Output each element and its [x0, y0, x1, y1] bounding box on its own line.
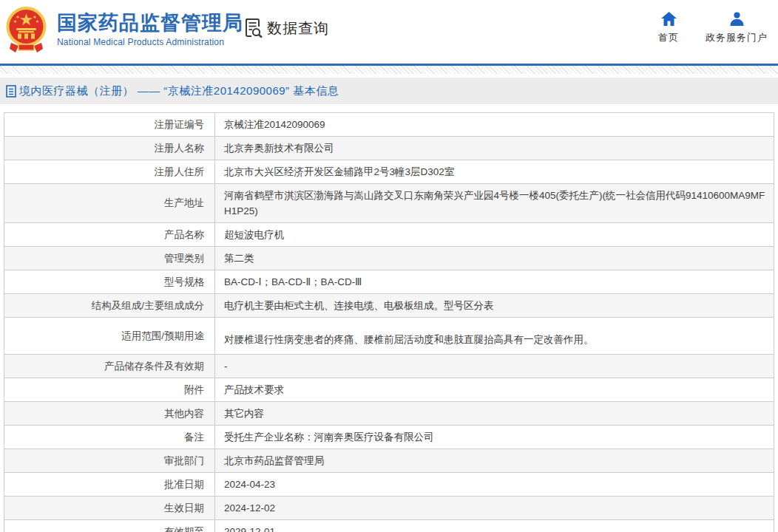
registration-info-table: 注册证编号 京械注准20142090069 注册人名称 北京奔奥新技术有限公司 … [4, 112, 774, 532]
field-label: 管理类别 [4, 247, 215, 270]
field-value: - [215, 355, 774, 378]
breadcrumb: 境内医疗器械（注册） —— “京械注准20142090069” 基本信息 [0, 78, 778, 104]
table-row: 注册人住所 北京市大兴区经济开发区金辅路甲2号3幢3层D302室 [4, 160, 774, 184]
site-header: 国家药品监督管理局 National Medical Products Admi… [0, 0, 778, 64]
field-value: BA-CD-Ⅰ；BA-CD-Ⅱ；BA-CD-Ⅲ [215, 270, 774, 294]
field-value: 北京奔奥新技术有限公司 [215, 137, 774, 160]
table-row: 批准日期 2024-04-23 [4, 473, 774, 497]
field-value: 北京市大兴区经济开发区金辅路甲2号3幢3层D302室 [215, 160, 774, 184]
field-value: 2024-04-23 [215, 473, 774, 497]
stripe-band [0, 66, 778, 74]
site-title-en: National Medical Products Administration [57, 37, 243, 47]
table-row: 型号规格 BA-CD-Ⅰ；BA-CD-Ⅱ；BA-CD-Ⅲ [4, 270, 774, 294]
table-row: 注册人名称 北京奔奥新技术有限公司 [4, 137, 774, 160]
table-row: 产品名称 超短波电疗机 [4, 223, 774, 247]
field-label: 批准日期 [4, 473, 215, 497]
field-label: 产品储存条件及有效期 [4, 355, 215, 378]
field-value: 对腰椎退行性病变患者的疼痛、腰椎前屈活动度和患肢直腿抬高具有一定改善作用。 [215, 318, 774, 355]
table-row: 注册证编号 京械注准20142090069 [4, 113, 774, 137]
field-value: 河南省鹤壁市淇滨区渤海路与嵩山路交叉口东南角荣兴产业园4号楼一楼405(委托生产… [215, 184, 774, 223]
nav-item-home-label: 首页 [658, 31, 679, 44]
data-query-icon [244, 18, 263, 38]
field-label: 注册人名称 [4, 137, 215, 160]
table-row: 生产地址 河南省鹤壁市淇滨区渤海路与嵩山路交叉口东南角荣兴产业园4号楼一楼405… [4, 184, 774, 223]
site-title-block: 国家药品监督管理局 National Medical Products Admi… [57, 6, 243, 47]
field-value: 受托生产企业名称：河南奔奥医疗设备有限公司 [215, 426, 774, 449]
site-title-zh: 国家药品监督管理局 [57, 11, 243, 35]
field-value: 北京市药品监督管理局 [215, 449, 774, 473]
field-value: 第二类 [215, 247, 774, 270]
field-label: 生效日期 [4, 497, 215, 520]
field-value: 京械注准20142090069 [215, 113, 774, 137]
table-row: 附件 产品技术要求 [4, 378, 774, 402]
field-label: 结构及组成/主要组成成分 [4, 294, 215, 318]
top-nav: 首页 政务服务门户 [658, 12, 768, 44]
table-row: 备注 受托生产企业名称：河南奔奥医疗设备有限公司 [4, 426, 774, 449]
field-label: 型号规格 [4, 270, 215, 294]
table-row: 产品储存条件及有效期 - [4, 355, 774, 378]
field-value: 产品技术要求 [215, 378, 774, 402]
document-icon [6, 85, 16, 98]
field-label: 注册证编号 [4, 113, 215, 137]
field-label: 生产地址 [4, 184, 215, 223]
field-value: 2024-12-02 [215, 497, 774, 520]
table-row: 有效期至 2029-12-01 [4, 520, 774, 532]
nmpa-logo[interactable]: 国家药品监督管理局 National Medical Products Admi… [5, 6, 243, 53]
table-row: 其他内容 其它内容 [4, 402, 774, 426]
table-row: 适用范围/预期用途 对腰椎退行性病变患者的疼痛、腰椎前屈活动度和患肢直腿抬高具有… [4, 318, 774, 355]
field-label: 产品名称 [4, 223, 215, 247]
field-value: 2029-12-01 [215, 520, 774, 532]
field-label: 适用范围/预期用途 [4, 318, 215, 355]
nav-item-gov-portal-label: 政务服务门户 [706, 31, 768, 44]
national-emblem-icon [5, 6, 47, 53]
field-label: 审批部门 [4, 449, 215, 473]
data-query-label: 数据查询 [267, 18, 329, 38]
table-row: 审批部门 北京市药品监督管理局 [4, 449, 774, 473]
breadcrumb-text: 境内医疗器械（注册） —— “京械注准20142090069” 基本信息 [19, 84, 339, 98]
field-value: 其它内容 [215, 402, 774, 426]
table-row: 结构及组成/主要组成成分 电疗机主要由柜式主机、连接电缆、电极板组成。型号区分表 [4, 294, 774, 318]
field-label: 其他内容 [4, 402, 215, 426]
field-label: 附件 [4, 378, 215, 402]
field-label: 有效期至 [4, 520, 215, 532]
data-query-tab[interactable]: 数据查询 [244, 18, 329, 38]
home-icon [661, 12, 677, 26]
field-label: 备注 [4, 426, 215, 449]
table-row: 管理类别 第二类 [4, 247, 774, 270]
nav-item-home[interactable]: 首页 [658, 12, 679, 44]
page: 国家药品监督管理局 National Medical Products Admi… [0, 0, 778, 532]
table-row: 生效日期 2024-12-02 [4, 497, 774, 520]
nav-item-gov-portal[interactable]: 政务服务门户 [706, 12, 768, 44]
field-value: 超短波电疗机 [215, 223, 774, 247]
field-value: 电疗机主要由柜式主机、连接电缆、电极板组成。型号区分表 [215, 294, 774, 318]
person-icon [729, 12, 745, 26]
field-label: 注册人住所 [4, 160, 215, 184]
